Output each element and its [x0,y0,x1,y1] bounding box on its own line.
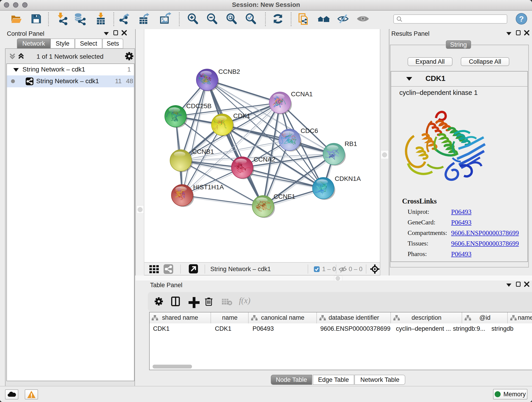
svg-text:?: ? [519,14,524,23]
svg-text:CCNA2: CCNA2 [254,156,275,163]
svg-text:CCNA1: CCNA1 [291,90,313,98]
svg-text:CCNB1: CCNB1 [192,148,214,155]
svg-text:CDKN1A: CDKN1A [335,175,361,182]
svg-text:HIST1H1A: HIST1H1A [193,184,224,191]
svg-text:CDC6: CDC6 [301,127,318,134]
svg-text:RB1: RB1 [345,140,357,147]
svg-text:CDK1: CDK1 [233,112,250,119]
svg-text:CCNE1: CCNE1 [273,193,295,200]
svg-text:CCNB2: CCNB2 [218,68,240,75]
svg-text:CDC25B: CDC25B [186,102,211,109]
